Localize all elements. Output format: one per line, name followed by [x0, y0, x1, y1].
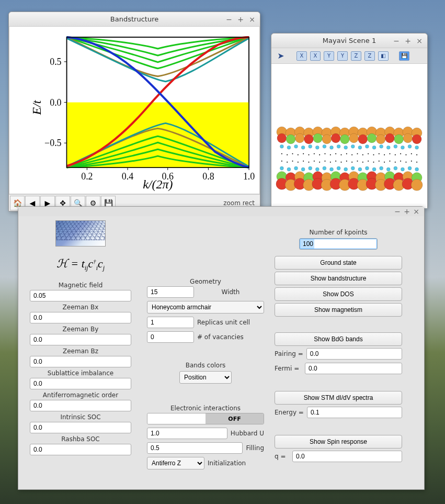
fermi-label: Fermi =	[275, 365, 302, 372]
svg-point-71	[408, 144, 412, 148]
magnetic-field-input[interactable]	[30, 290, 131, 301]
svg-point-82	[330, 154, 331, 155]
initialization-select[interactable]: Antiferro Z	[147, 457, 204, 469]
svg-point-83	[335, 153, 336, 154]
isometric-icon[interactable]: ◧	[378, 51, 389, 61]
rashba-soc-input[interactable]	[30, 444, 131, 455]
svg-point-89	[368, 153, 369, 154]
view-z-minus-icon[interactable]: Z	[364, 51, 375, 61]
svg-point-142	[401, 167, 404, 171]
q-label: q =	[275, 453, 289, 460]
svg-point-62	[344, 145, 348, 149]
mayavi-scene[interactable]	[271, 64, 427, 208]
svg-point-84	[341, 154, 342, 155]
interactions-toggle[interactable]: OFF	[147, 413, 264, 424]
svg-point-143	[408, 166, 412, 170]
vacancies-input[interactable]	[147, 331, 194, 343]
interactions-label: Electronic interactions	[147, 405, 264, 412]
minimize-icon[interactable]: −	[224, 15, 234, 24]
hubbard-label: Hubbard U	[231, 430, 264, 437]
svg-point-59	[323, 144, 326, 148]
fermi-input[interactable]	[305, 363, 402, 374]
bandstructure-plot[interactable]: E/t k/(2π) 0.5 0.0 −0.5 0.2 0.4	[9, 27, 260, 194]
toggle-off[interactable]: OFF	[206, 413, 264, 424]
svg-point-95	[400, 153, 401, 154]
svg-text:0.5: 0.5	[50, 57, 61, 67]
zeeman-bx-input[interactable]	[30, 312, 131, 323]
show-stm-button[interactable]: Show STM dI/dV spectra	[275, 391, 402, 405]
maximize-icon[interactable]: +	[402, 207, 412, 216]
svg-point-54	[287, 145, 291, 149]
close-icon[interactable]: ×	[415, 36, 424, 46]
kpoints-input[interactable]	[299, 238, 378, 250]
view-y-minus-icon[interactable]: Y	[337, 51, 348, 61]
afm-input[interactable]	[30, 400, 131, 411]
close-icon[interactable]: ×	[247, 15, 257, 24]
svg-point-80	[319, 154, 320, 155]
form-titlebar[interactable]: − + ×	[18, 207, 424, 216]
svg-point-176	[411, 179, 423, 191]
svg-point-106	[319, 162, 320, 163]
svg-point-132	[330, 167, 334, 171]
svg-point-41	[313, 133, 323, 143]
energy-input[interactable]	[307, 407, 402, 418]
zeeman-bx-label: Zeeman Bx	[30, 304, 131, 311]
svg-point-42	[322, 135, 332, 144]
svg-point-119	[389, 161, 390, 162]
close-icon[interactable]: ×	[412, 207, 421, 216]
show-bandstructure-button[interactable]: Show bandstructure	[275, 272, 402, 285]
view-z-plus-icon[interactable]: Z	[351, 51, 361, 61]
lattice-select[interactable]: Honeycomb armchair	[147, 301, 264, 313]
control-panel-window: − + × ℋ = tijc†icj Magnetic field Zeeman…	[18, 206, 425, 490]
svg-point-56	[301, 145, 305, 149]
view-x-minus-icon[interactable]: X	[310, 51, 321, 61]
svg-point-107	[325, 161, 326, 162]
show-spin-button[interactable]: Show Spin response	[275, 435, 402, 449]
svg-point-57	[309, 144, 312, 148]
svg-point-120	[395, 162, 396, 163]
svg-point-69	[394, 144, 397, 148]
rashba-soc-label: Rashba SOC	[30, 435, 131, 443]
save-scene-icon[interactable]: 💾	[399, 51, 409, 61]
q-input[interactable]	[292, 451, 402, 462]
maximize-icon[interactable]: +	[403, 36, 413, 46]
initialization-label: Initialization	[208, 460, 246, 467]
show-bdg-button[interactable]: Show BdG bands	[275, 332, 402, 346]
show-dos-button[interactable]: Show DOS	[275, 287, 402, 301]
bands-colors-select[interactable]: Position	[179, 371, 232, 384]
minimize-icon[interactable]: −	[392, 36, 401, 46]
maximize-icon[interactable]: +	[236, 15, 245, 24]
svg-point-140	[386, 167, 390, 171]
toggle-on[interactable]	[147, 413, 206, 424]
pointer-icon[interactable]: ➤	[276, 51, 286, 61]
afm-label: Antiferromagnetic order	[30, 391, 131, 399]
zeeman-bz-input[interactable]	[30, 356, 131, 367]
hubbard-input[interactable]	[147, 428, 227, 439]
svg-point-51	[403, 133, 413, 143]
minimize-icon[interactable]: −	[393, 207, 402, 216]
ground-state-button[interactable]: Ground state	[275, 256, 402, 270]
view-x-plus-icon[interactable]: X	[296, 51, 307, 61]
replicas-label: Replicas unit cell	[197, 319, 250, 326]
energy-label: Energy =	[275, 409, 304, 416]
view-y-plus-icon[interactable]: Y	[324, 51, 334, 61]
width-label: Width	[197, 288, 264, 296]
svg-text:0.0: 0.0	[50, 97, 61, 108]
filling-input[interactable]	[147, 442, 243, 454]
svg-point-134	[344, 167, 348, 171]
svg-point-97	[411, 153, 412, 154]
bandstructure-titlebar[interactable]: Bandstructure − + ×	[9, 12, 260, 27]
svg-point-65	[366, 144, 369, 148]
mayavi-titlebar[interactable]: Mayavi Scene 1 − + ×	[271, 33, 427, 48]
width-input[interactable]	[147, 286, 194, 298]
svg-text:0.4: 0.4	[122, 171, 133, 182]
zeeman-by-input[interactable]	[30, 334, 131, 345]
pairing-input[interactable]	[306, 348, 402, 360]
svg-point-93	[389, 153, 390, 154]
replicas-input[interactable]	[147, 317, 194, 328]
show-magnetism-button[interactable]: Show magnetism	[275, 303, 402, 317]
sublattice-input[interactable]	[30, 378, 131, 389]
svg-point-129	[309, 166, 312, 170]
svg-point-139	[380, 166, 383, 170]
intrinsic-soc-input[interactable]	[30, 422, 131, 433]
